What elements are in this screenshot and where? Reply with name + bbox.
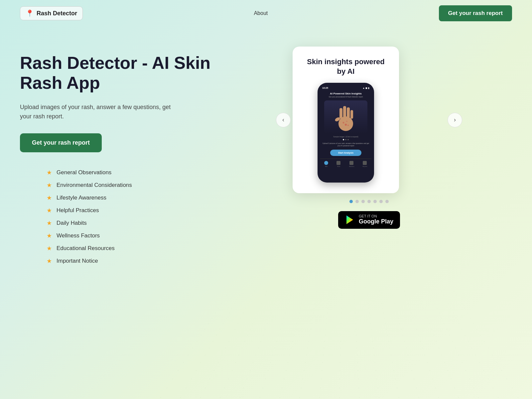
hero-subtitle: Upload images of your rash, answer a few… [20, 102, 173, 122]
list-item: ★ Environmental Considerations [47, 182, 213, 189]
phone-nav-item-reports[interactable]: Reports [362, 161, 367, 167]
feature-label: Important Notice [57, 258, 98, 264]
list-item: ★ Educational Resources [47, 245, 213, 252]
carousel-next-button[interactable]: › [448, 113, 462, 127]
logo-icon: 📍 [26, 9, 34, 17]
feature-list: ★ General Observations ★ Environmental C… [47, 169, 213, 265]
phone-status-icons: ▲ ◼ ▮ [362, 87, 369, 89]
right-panel: ‹ Skin insights powered by AI 10:25 ▲ ◼ … [226, 47, 512, 229]
phone-nav-statistics-icon [349, 161, 353, 165]
carousel-dot-6[interactable] [379, 200, 383, 203]
phone-nav-bar: Skin Scan Statistics [320, 159, 371, 169]
svg-point-7 [343, 122, 344, 124]
svg-point-9 [346, 121, 347, 122]
chevron-right-icon: › [454, 116, 456, 123]
list-item: ★ Helpful Practices [47, 207, 213, 214]
phone-dot [347, 139, 349, 140]
hand-illustration [334, 102, 357, 132]
list-item: ★ Daily Habits [47, 219, 213, 227]
about-link[interactable]: About [254, 10, 268, 16]
svg-marker-10 [346, 215, 353, 224]
hero-cta-button[interactable]: Get your rash report [20, 133, 102, 152]
background-grid [160, 291, 532, 399]
carousel-dots [349, 200, 389, 203]
phone-time: 10:25 [322, 87, 328, 89]
phone-dot [343, 139, 344, 140]
carousel-dot-3[interactable] [361, 200, 365, 203]
carousel-dot-1[interactable] [349, 200, 353, 203]
star-icon: ★ [47, 194, 52, 201]
google-play-icon [345, 215, 355, 225]
feature-label: Lifestyle Awareness [57, 195, 106, 201]
star-icon: ★ [47, 207, 52, 214]
phone-nav-scan-label: Scan [337, 166, 340, 167]
google-play-small-text: GET IT ON [359, 214, 393, 218]
star-icon: ★ [47, 245, 52, 252]
hero-title: Rash Detector - AI Skin Rash App [20, 53, 213, 93]
star-icon: ★ [47, 219, 52, 227]
carousel-outer: ‹ Skin insights powered by AI 10:25 ▲ ◼ … [293, 47, 446, 193]
phone-dot [345, 139, 346, 140]
star-icon: ★ [47, 257, 52, 265]
phone-sample-label: Sample Image 1 (Click to expand) [333, 136, 358, 138]
google-play-text-area: GET IT ON Google Play [359, 214, 393, 225]
navbar: 📍 Rash Detector About Get your rash repo… [0, 0, 532, 27]
phone-nav-skin-label: Skin [325, 166, 328, 167]
phone-nav-item-skin[interactable]: Skin [324, 161, 328, 167]
feature-label: Helpful Practices [57, 207, 99, 214]
phone-inner-dots [343, 139, 349, 140]
logo-text: Rash Detector [37, 10, 77, 17]
carousel-dot-4[interactable] [367, 200, 371, 203]
feature-label: Daily Habits [57, 220, 87, 226]
carousel-dot-5[interactable] [373, 200, 377, 203]
phone-nav-reports-label: Reports [362, 166, 367, 167]
phone-app-subtitle: Get your personalized AI Rash Detector r… [329, 96, 363, 98]
carousel-prev-button[interactable]: ‹ [276, 113, 291, 127]
feature-label: Educational Resources [57, 245, 115, 252]
svg-point-6 [345, 124, 347, 126]
phone-mockup: 10:25 ▲ ◼ ▮ AI Powered Skin Insights Get… [318, 83, 374, 183]
phone-nav-statistics-label: Statistics [349, 166, 354, 167]
star-icon: ★ [47, 182, 52, 189]
svg-rect-2 [339, 108, 342, 119]
feature-label: General Observations [57, 169, 111, 176]
chevron-left-icon: ‹ [282, 116, 284, 123]
phone-screen: 10:25 ▲ ◼ ▮ AI Powered Skin Insights Get… [318, 83, 374, 183]
list-item: ★ Lifestyle Awareness [47, 194, 213, 201]
nav-cta-button[interactable]: Get your rash report [439, 5, 512, 21]
svg-point-8 [347, 125, 349, 126]
left-panel: Rash Detector - AI Skin Rash App Upload … [20, 47, 213, 265]
feature-label: Environmental Considerations [57, 182, 132, 189]
carousel-dot-7[interactable] [385, 200, 389, 203]
phone-description: Upload 3 pictures of your rash, answer a… [320, 142, 371, 147]
main-content: Rash Detector - AI Skin Rash App Upload … [0, 27, 532, 265]
google-play-button[interactable]: GET IT ON Google Play [338, 211, 400, 229]
svg-rect-5 [350, 110, 353, 119]
svg-rect-4 [347, 107, 350, 118]
logo-button[interactable]: 📍 Rash Detector [20, 6, 83, 20]
phone-statusbar: 10:25 ▲ ◼ ▮ [320, 87, 371, 89]
google-play-large-text: Google Play [359, 218, 393, 225]
phone-nav-reports-icon [363, 161, 367, 165]
list-item: ★ General Observations [47, 169, 213, 176]
carousel-dot-2[interactable] [355, 200, 359, 203]
phone-nav-scan-icon [336, 161, 340, 165]
phone-nav-item-scan[interactable]: Scan [336, 161, 340, 167]
carousel-card: Skin insights powered by AI 10:25 ▲ ◼ ▮ … [293, 47, 399, 193]
phone-hand-image [324, 100, 367, 134]
phone-start-analysis-button[interactable]: Start Analysis [330, 150, 361, 156]
list-item: ★ Wellness Factors [47, 232, 213, 239]
feature-label: Wellness Factors [57, 232, 100, 239]
star-icon: ★ [47, 232, 52, 239]
svg-rect-3 [343, 106, 346, 118]
list-item: ★ Important Notice [47, 257, 213, 265]
star-icon: ★ [47, 169, 52, 176]
phone-app-title: AI Powered Skin Insights [330, 92, 362, 95]
phone-nav-item-statistics[interactable]: Statistics [349, 161, 354, 167]
carousel-card-title: Skin insights powered by AI [302, 57, 390, 76]
phone-nav-skin-icon [324, 161, 328, 165]
